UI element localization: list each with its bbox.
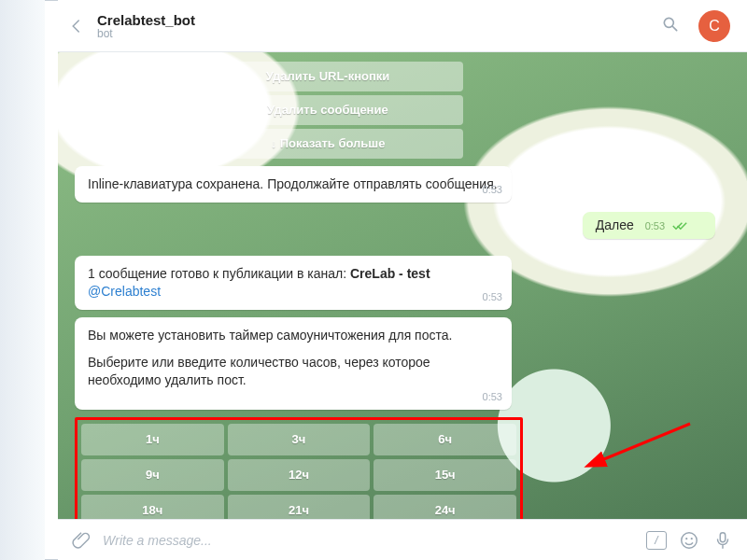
composer: / [58,519,747,560]
voice-button[interactable] [712,529,734,552]
message-text: Inline-клавиатура сохранена. Продолжайте… [88,176,498,191]
svg-point-0 [664,18,673,27]
timer-9h-button[interactable]: 9ч [81,459,224,491]
timer-keyboard-highlighted: 1ч 3ч 6ч 9ч 12ч 15ч 18ч 21ч 24ч « Назад [75,417,523,519]
messages-area: Удалить URL-кнопки Удалить сообщение ↓ П… [58,52,747,519]
svg-point-2 [682,532,698,548]
incoming-message: Inline-клавиатура сохранена. Продолжайте… [75,166,512,203]
timer-15h-button[interactable]: 15ч [374,459,516,491]
chevron-left-icon [68,18,85,35]
message-time: 0:53 [483,390,502,404]
app-frame: Crelabtest_bot bot C Удалить URL-кнопки … [0,0,747,560]
slash-icon: / [655,534,657,547]
avatar-letter: C [709,18,720,35]
message-input[interactable] [103,520,635,560]
arrow-icon [592,422,695,469]
svg-rect-5 [720,532,726,541]
chat-title: Crelabtest_bot [97,12,661,28]
chat-header: Crelabtest_bot bot C [58,0,747,52]
message-text: Далее [596,217,634,232]
remove-message-button[interactable]: Удалить сообщение [192,95,463,125]
remove-url-buttons-button[interactable]: Удалить URL-кнопки [192,62,463,91]
outgoing-row: Далее 0:53 [75,212,715,239]
timer-21h-button[interactable]: 21ч [228,495,371,519]
show-more-button[interactable]: ↓ Показать больше [192,129,463,159]
message-time: 0:53 [483,183,502,197]
svg-point-3 [685,538,687,539]
chat-subtitle: bot [97,27,661,40]
message-time: 0:53 [645,220,665,231]
microphone-icon [712,530,733,551]
attach-button[interactable] [71,529,93,552]
timer-24h-button[interactable]: 24ч [374,495,516,519]
channel-link[interactable]: @Crelabtest [88,284,161,299]
timer-keyboard-grid: 1ч 3ч 6ч 9ч 12ч 15ч 18ч 21ч 24ч « Назад [81,424,516,519]
commands-button[interactable]: / [646,531,667,550]
title-block[interactable]: Crelabtest_bot bot [97,12,661,40]
read-checks-icon [672,218,687,233]
back-button[interactable] [63,13,90,39]
message-channel-name: CreLab - test [350,266,430,281]
paperclip-icon [71,529,92,550]
emoji-button[interactable] [678,529,700,552]
chat-panel: Crelabtest_bot bot C Удалить URL-кнопки … [58,0,747,560]
incoming-message: 1 сообщение готово к публикации в канал:… [75,256,512,310]
svg-point-4 [691,538,693,539]
smile-icon [679,530,699,551]
inline-keyboard-top: Удалить URL-кнопки Удалить сообщение ↓ П… [192,62,463,159]
timer-1h-button[interactable]: 1ч [81,424,224,455]
message-line2: Выберите или введите количество часов, ч… [88,354,499,389]
search-button[interactable] [661,15,684,37]
message-time: 0:53 [483,290,502,304]
incoming-message: Вы можете установить таймер самоуничтоже… [75,317,512,410]
search-icon [661,15,680,34]
timer-3h-button[interactable]: 3ч [228,424,371,455]
outgoing-message: Далее 0:53 [583,212,715,239]
timer-6h-button[interactable]: 6ч [374,424,516,455]
sidebar-ghost [0,0,45,560]
timer-12h-button[interactable]: 12ч [228,459,371,491]
avatar[interactable]: C [698,10,730,42]
svg-line-1 [599,424,690,461]
annotation-arrow [592,422,667,450]
message-text-pre: 1 сообщение готово к публикации в канал: [88,266,350,281]
message-line1: Вы можете установить таймер самоуничтоже… [88,327,499,344]
timer-18h-button[interactable]: 18ч [81,495,224,519]
